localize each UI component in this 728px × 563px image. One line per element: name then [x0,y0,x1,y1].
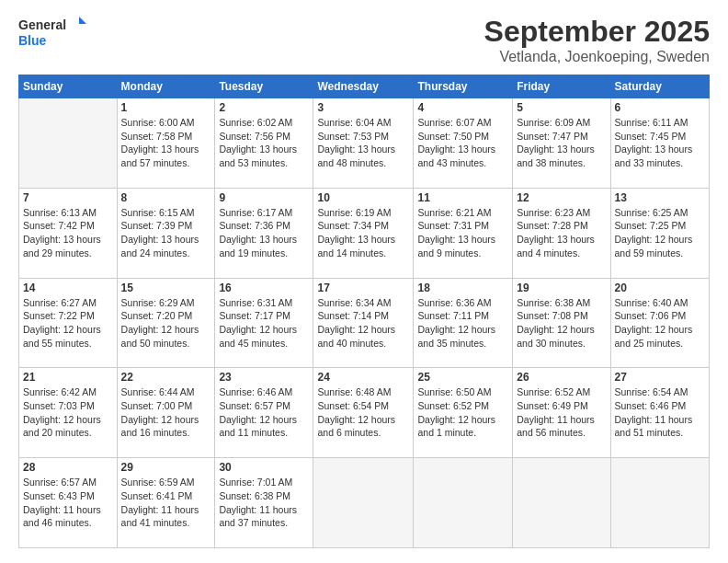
week-row-2: 14Sunrise: 6:27 AM Sunset: 7:22 PM Dayli… [19,278,710,368]
day-detail: Sunrise: 7:01 AM Sunset: 6:38 PM Dayligh… [219,476,309,530]
day-cell: 7Sunrise: 6:13 AM Sunset: 7:42 PM Daylig… [19,188,118,278]
day-detail: Sunrise: 6:54 AM Sunset: 6:46 PM Dayligh… [615,385,705,440]
day-number: 8 [121,191,211,204]
day-number: 18 [417,282,508,294]
day-cell: 6Sunrise: 6:11 AM Sunset: 7:45 PM Daylig… [610,98,709,189]
day-number: 21 [23,371,113,384]
day-cell [513,458,610,548]
day-number: 19 [517,282,606,294]
day-cell: 25Sunrise: 6:50 AM Sunset: 6:52 PM Dayli… [414,368,513,458]
day-number: 24 [317,371,409,384]
day-cell: 27Sunrise: 6:54 AM Sunset: 6:46 PM Dayli… [610,368,709,458]
col-saturday: Saturday [610,75,709,98]
day-detail: Sunrise: 6:09 AM Sunset: 7:47 PM Dayligh… [517,116,606,170]
week-row-4: 28Sunrise: 6:57 AM Sunset: 6:43 PM Dayli… [19,458,710,548]
day-cell: 18Sunrise: 6:36 AM Sunset: 7:11 PM Dayli… [414,278,513,368]
day-detail: Sunrise: 6:46 AM Sunset: 6:57 PM Dayligh… [219,385,309,440]
svg-text:General: General [18,17,66,32]
day-detail: Sunrise: 6:29 AM Sunset: 7:20 PM Dayligh… [121,296,211,350]
day-cell: 21Sunrise: 6:42 AM Sunset: 7:03 PM Dayli… [19,368,118,458]
day-detail: Sunrise: 6:25 AM Sunset: 7:25 PM Dayligh… [615,206,705,260]
day-cell: 9Sunrise: 6:17 AM Sunset: 7:36 PM Daylig… [215,188,313,278]
day-detail: Sunrise: 6:21 AM Sunset: 7:31 PM Dayligh… [417,206,508,260]
day-detail: Sunrise: 6:23 AM Sunset: 7:28 PM Dayligh… [517,206,606,260]
col-sunday: Sunday [19,75,118,98]
title-block: September 2025 Vetlanda, Joenkoeping, Sw… [484,15,710,65]
day-detail: Sunrise: 6:31 AM Sunset: 7:17 PM Dayligh… [219,296,309,350]
day-number: 30 [219,461,309,474]
day-detail: Sunrise: 6:48 AM Sunset: 6:54 PM Dayligh… [317,385,409,440]
day-number: 20 [615,282,705,294]
day-cell: 4Sunrise: 6:07 AM Sunset: 7:50 PM Daylig… [414,98,513,189]
day-number: 29 [121,461,211,474]
day-number: 25 [417,371,508,384]
day-detail: Sunrise: 6:57 AM Sunset: 6:43 PM Dayligh… [23,476,113,530]
day-cell: 1Sunrise: 6:00 AM Sunset: 7:58 PM Daylig… [117,98,215,189]
day-detail: Sunrise: 6:40 AM Sunset: 7:06 PM Dayligh… [615,296,705,350]
main-title: September 2025 [484,15,710,49]
day-number: 16 [219,282,309,294]
day-cell: 30Sunrise: 7:01 AM Sunset: 6:38 PM Dayli… [215,458,313,548]
col-thursday: Thursday [414,75,513,98]
day-detail: Sunrise: 6:07 AM Sunset: 7:50 PM Dayligh… [417,116,508,170]
col-wednesday: Wednesday [313,75,414,98]
day-cell: 13Sunrise: 6:25 AM Sunset: 7:25 PM Dayli… [610,188,709,278]
day-number: 11 [417,191,508,204]
logo: General Blue [18,15,92,52]
day-number: 10 [317,191,409,204]
day-number: 26 [517,371,606,384]
day-cell: 22Sunrise: 6:44 AM Sunset: 7:00 PM Dayli… [117,368,215,458]
svg-text:Blue: Blue [18,33,47,48]
day-detail: Sunrise: 6:02 AM Sunset: 7:56 PM Dayligh… [219,116,309,170]
day-detail: Sunrise: 6:11 AM Sunset: 7:45 PM Dayligh… [615,116,705,170]
week-row-0: 1Sunrise: 6:00 AM Sunset: 7:58 PM Daylig… [19,98,710,189]
day-number: 13 [615,191,705,204]
day-detail: Sunrise: 6:34 AM Sunset: 7:14 PM Dayligh… [317,296,409,350]
day-number: 5 [517,101,606,114]
day-number: 12 [517,191,606,204]
col-friday: Friday [513,75,610,98]
day-cell: 5Sunrise: 6:09 AM Sunset: 7:47 PM Daylig… [513,98,610,189]
day-number: 14 [23,282,113,294]
subtitle: Vetlanda, Joenkoeping, Sweden [484,49,710,65]
logo-icon: General Blue [18,15,92,52]
day-cell: 23Sunrise: 6:46 AM Sunset: 6:57 PM Dayli… [215,368,313,458]
page: General Blue September 2025 Vetlanda, Jo… [0,0,728,563]
calendar-table: Sunday Monday Tuesday Wednesday Thursday… [18,75,710,548]
day-detail: Sunrise: 6:36 AM Sunset: 7:11 PM Dayligh… [417,296,508,350]
col-monday: Monday [117,75,215,98]
day-number: 23 [219,371,309,384]
col-tuesday: Tuesday [215,75,313,98]
day-number: 3 [317,101,409,114]
day-number: 22 [121,371,211,384]
day-detail: Sunrise: 6:19 AM Sunset: 7:34 PM Dayligh… [317,206,409,260]
day-detail: Sunrise: 6:15 AM Sunset: 7:39 PM Dayligh… [121,206,211,260]
day-cell [19,98,118,189]
day-cell: 12Sunrise: 6:23 AM Sunset: 7:28 PM Dayli… [513,188,610,278]
day-cell: 10Sunrise: 6:19 AM Sunset: 7:34 PM Dayli… [313,188,414,278]
day-number: 1 [121,101,211,114]
day-number: 7 [23,191,113,204]
day-cell: 20Sunrise: 6:40 AM Sunset: 7:06 PM Dayli… [610,278,709,368]
day-number: 9 [219,191,309,204]
day-cell: 24Sunrise: 6:48 AM Sunset: 6:54 PM Dayli… [313,368,414,458]
day-detail: Sunrise: 6:27 AM Sunset: 7:22 PM Dayligh… [23,296,113,350]
day-number: 4 [417,101,508,114]
day-cell: 3Sunrise: 6:04 AM Sunset: 7:53 PM Daylig… [313,98,414,189]
day-cell: 14Sunrise: 6:27 AM Sunset: 7:22 PM Dayli… [19,278,118,368]
day-cell: 2Sunrise: 6:02 AM Sunset: 7:56 PM Daylig… [215,98,313,189]
day-number: 15 [121,282,211,294]
day-detail: Sunrise: 6:13 AM Sunset: 7:42 PM Dayligh… [23,206,113,260]
day-cell [414,458,513,548]
day-detail: Sunrise: 6:50 AM Sunset: 6:52 PM Dayligh… [417,385,508,440]
day-cell: 11Sunrise: 6:21 AM Sunset: 7:31 PM Dayli… [414,188,513,278]
day-detail: Sunrise: 6:44 AM Sunset: 7:00 PM Dayligh… [121,385,211,440]
day-detail: Sunrise: 6:38 AM Sunset: 7:08 PM Dayligh… [517,296,606,350]
svg-marker-2 [79,17,86,24]
day-detail: Sunrise: 6:00 AM Sunset: 7:58 PM Dayligh… [121,116,211,170]
day-number: 17 [317,282,409,294]
day-cell: 16Sunrise: 6:31 AM Sunset: 7:17 PM Dayli… [215,278,313,368]
day-cell [610,458,709,548]
day-cell: 26Sunrise: 6:52 AM Sunset: 6:49 PM Dayli… [513,368,610,458]
day-number: 2 [219,101,309,114]
